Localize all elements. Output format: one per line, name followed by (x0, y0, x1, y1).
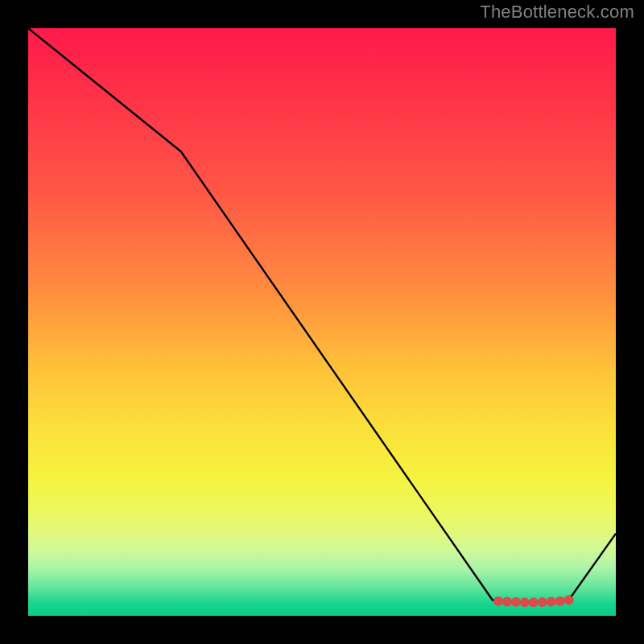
curve-marker (547, 597, 556, 606)
curve-marker (538, 597, 547, 607)
curve-marker (555, 597, 565, 606)
chart-frame: TheBottleneck.com (0, 0, 644, 644)
curve-marker (511, 597, 521, 607)
chart-svg (28, 28, 616, 616)
curve-marker (564, 595, 574, 605)
curve-marker (520, 597, 530, 607)
curve-marker (502, 597, 512, 606)
bottleneck-curve (28, 28, 616, 602)
curve-markers (493, 595, 574, 607)
watermark-text: TheBottleneck.com (480, 2, 634, 23)
curve-marker (493, 597, 503, 606)
curve-marker (529, 597, 539, 607)
